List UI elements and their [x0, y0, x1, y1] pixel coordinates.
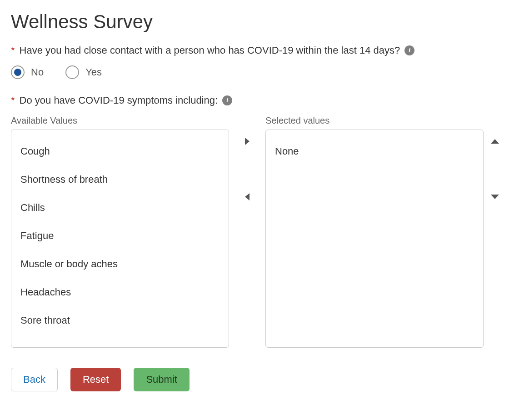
question-symptoms: * Do you have COVID-19 symptoms includin… — [11, 95, 508, 106]
move-buttons — [229, 130, 265, 348]
reset-button[interactable]: Reset — [70, 368, 121, 391]
radio-label-yes: Yes — [85, 66, 102, 78]
selected-values-label: Selected values — [265, 115, 484, 126]
question-symptoms-text: Do you have COVID-19 symptoms including: — [20, 95, 218, 106]
list-item[interactable]: Muscle or body aches — [20, 250, 220, 278]
list-item[interactable]: None — [275, 137, 474, 165]
order-buttons — [484, 130, 506, 348]
submit-button[interactable]: Submit — [134, 368, 189, 391]
info-icon[interactable]: i — [222, 95, 232, 105]
radio-option-no[interactable]: No — [11, 65, 44, 79]
available-values-label: Available Values — [11, 115, 229, 126]
move-down-button[interactable] — [487, 189, 503, 205]
dual-list: Cough Shortness of breath Chills Fatigue… — [11, 130, 508, 348]
back-button[interactable]: Back — [11, 368, 58, 391]
contact-radio-group: No Yes — [11, 65, 508, 79]
move-up-button[interactable] — [487, 133, 503, 150]
caret-up-icon — [490, 138, 500, 145]
info-icon[interactable]: i — [404, 45, 414, 55]
list-item[interactable]: Shortness of breath — [20, 165, 220, 194]
radio-label-no: No — [31, 66, 44, 78]
radio-circle-no — [11, 65, 25, 79]
svg-marker-0 — [245, 138, 250, 145]
list-item[interactable]: Headaches — [20, 278, 220, 306]
list-item[interactable]: Cough — [20, 137, 220, 165]
list-item[interactable]: Sore throat — [20, 306, 220, 335]
question-contact-text: Have you had close contact with a person… — [20, 45, 400, 56]
radio-option-yes[interactable]: Yes — [65, 65, 102, 79]
move-right-button[interactable] — [239, 133, 255, 150]
caret-down-icon — [490, 194, 500, 200]
list-item[interactable]: Fatigue — [20, 222, 220, 250]
move-left-button[interactable] — [239, 189, 255, 205]
svg-marker-2 — [491, 139, 499, 144]
svg-marker-3 — [491, 195, 499, 199]
caret-left-icon — [244, 192, 251, 201]
selected-values-listbox[interactable]: None — [265, 130, 484, 348]
question-contact: * Have you had close contact with a pers… — [11, 45, 508, 56]
page-title: Wellness Survey — [11, 11, 508, 33]
required-asterisk: * — [11, 95, 15, 105]
caret-right-icon — [244, 137, 251, 146]
dual-list-labels: Available Values Selected values — [11, 115, 508, 130]
required-asterisk: * — [11, 45, 15, 55]
list-item[interactable]: Chills — [20, 194, 220, 222]
form-buttons: Back Reset Submit — [11, 368, 508, 391]
radio-circle-yes — [65, 65, 79, 79]
available-values-listbox[interactable]: Cough Shortness of breath Chills Fatigue… — [11, 130, 229, 348]
svg-marker-1 — [245, 193, 250, 200]
